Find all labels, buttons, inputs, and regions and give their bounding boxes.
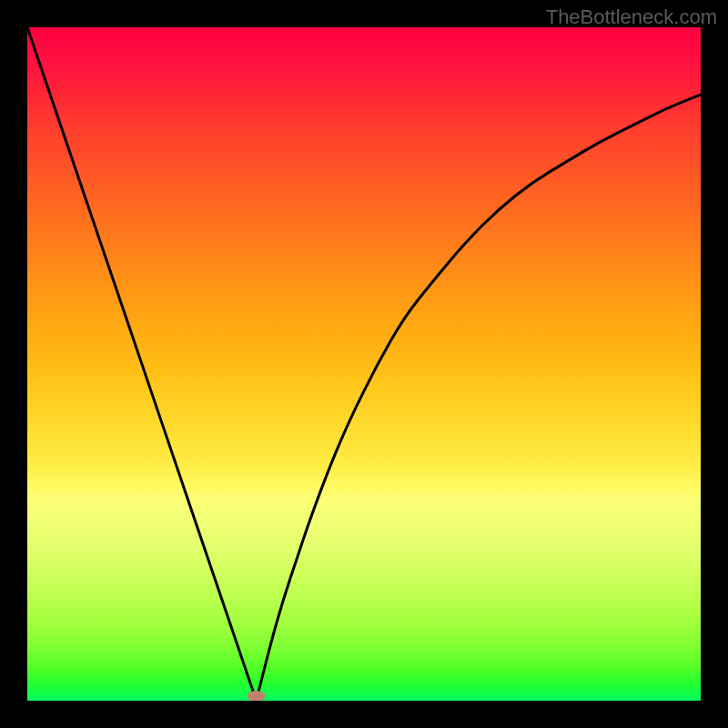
minimum-marker	[248, 691, 266, 701]
chart-plot-area	[27, 27, 701, 701]
curve-left-branch	[27, 27, 257, 701]
watermark: TheBottleneck.com	[546, 5, 717, 29]
chart-svg	[27, 27, 701, 701]
curve-right-branch	[257, 95, 701, 701]
